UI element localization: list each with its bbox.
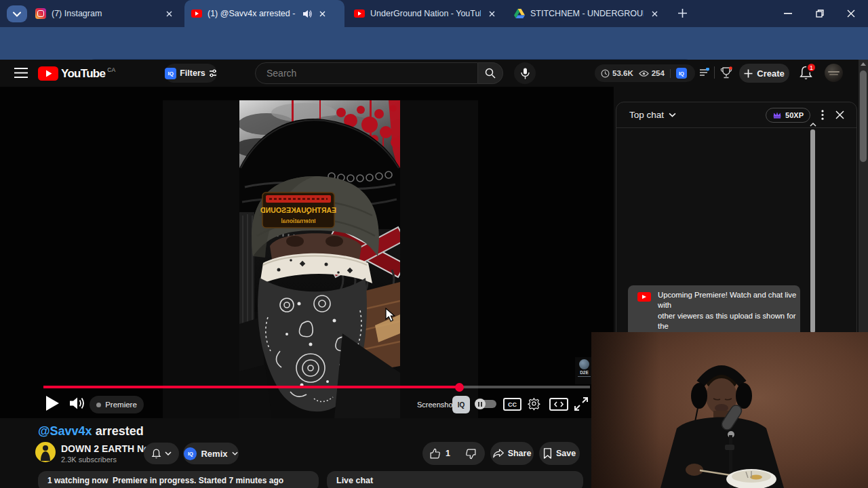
like-count: 1 <box>446 449 450 458</box>
premiere-dot-icon <box>96 403 101 407</box>
settings-button[interactable] <box>527 396 541 411</box>
tab-close-icon[interactable] <box>486 8 498 20</box>
save-label: Save <box>556 449 576 458</box>
header-divider <box>714 66 715 79</box>
youtube-favicon-icon <box>191 9 202 18</box>
dislike-button[interactable] <box>457 448 485 460</box>
window-close-button[interactable] <box>847 9 855 18</box>
xp-badge[interactable]: 50XP <box>766 108 810 123</box>
channel-avatar[interactable] <box>35 442 56 462</box>
vidiq-boost-icon[interactable] <box>699 68 709 77</box>
search-icon <box>485 68 496 79</box>
chat-close-icon[interactable] <box>835 110 844 119</box>
youtube-favicon-icon <box>354 9 365 18</box>
remix-label: Remix <box>201 449 227 459</box>
bookmark-icon <box>543 448 552 459</box>
search-placeholder: Search <box>267 68 296 79</box>
youtube-header: YouTube CA IQ Filters Search 53.6K 254 I… <box>0 60 868 87</box>
play-button[interactable] <box>45 395 60 411</box>
instagram-favicon-icon <box>35 8 46 19</box>
chat-menu-icon[interactable] <box>821 110 824 120</box>
autoplay-toggle[interactable] <box>476 400 496 408</box>
share-label: Share <box>508 449 532 458</box>
xp-value: 50XP <box>785 111 804 119</box>
vidiq-filters-button[interactable]: IQ Filters <box>165 64 217 83</box>
live-chat-label: Live chat <box>336 476 373 485</box>
progress-bar[interactable] <box>43 386 590 388</box>
beanie-patch: EARTHQUAKESOUND International <box>260 192 336 228</box>
vidiq-stats-pill[interactable]: 53.6K 254 IQ <box>595 64 695 82</box>
stats-divider <box>670 69 671 78</box>
tab-audio-icon[interactable] <box>302 9 312 18</box>
tab-close-icon[interactable] <box>649 8 660 20</box>
chevron-down-icon[interactable] <box>669 113 676 117</box>
scrollbar-up-icon[interactable] <box>861 62 866 66</box>
create-label: Create <box>757 68 784 79</box>
miniplayer-button[interactable] <box>549 398 568 411</box>
save-button[interactable]: Save <box>539 442 580 465</box>
chat-mode-selector[interactable]: Top chat <box>629 110 664 120</box>
premiere-label: Premiere <box>105 401 137 409</box>
browser-tab-underground-nation[interactable]: UnderGround Nation - YouTube <box>347 0 505 27</box>
tab-close-icon[interactable] <box>163 8 175 20</box>
notifications-button[interactable]: 1 <box>799 65 813 81</box>
fullscreen-icon <box>574 396 589 411</box>
search-button[interactable] <box>478 62 503 84</box>
browser-tab-stitchnem[interactable]: STITCHNEM - UNDERGROUND <box>507 0 667 27</box>
watching-status: 1 watching now <box>47 476 108 485</box>
achievements-trophy-icon[interactable] <box>720 66 732 79</box>
window-minimize-button[interactable] <box>784 13 792 14</box>
webcam-overlay <box>591 332 868 488</box>
youtube-logo[interactable]: YouTube CA <box>38 66 115 81</box>
tab-search-button[interactable] <box>7 5 27 22</box>
like-button[interactable]: 1 <box>422 448 457 460</box>
region-code: CA <box>107 66 115 73</box>
subscribed-bell-button[interactable] <box>144 443 179 464</box>
browser-tab-instagram[interactable]: (7) Instagram <box>28 0 182 27</box>
progress-playhead[interactable] <box>455 383 464 392</box>
video-title: @Savv4x arrested <box>38 424 144 439</box>
chat-scroll-up-icon[interactable] <box>810 123 816 127</box>
guide-menu-icon[interactable] <box>14 68 28 78</box>
tab-title: STITCHNEM - UNDERGROUND <box>530 9 644 18</box>
gear-icon <box>527 396 541 411</box>
watch-time-clock-icon <box>601 69 610 78</box>
new-tab-button[interactable] <box>677 7 688 19</box>
page-scrollbar-thumb[interactable] <box>860 70 867 162</box>
volume-button[interactable] <box>69 396 87 410</box>
voice-search-button[interactable] <box>514 62 536 84</box>
patch-text-mirrored: EARTHQUAKESOUND <box>260 206 336 214</box>
browser-tab-current-video[interactable]: (1) @Savv4x arrested - YouT <box>184 0 344 27</box>
share-button[interactable]: Share <box>490 442 534 465</box>
search-input[interactable]: Search <box>255 62 478 84</box>
subscriber-count: 2.3K subscribers <box>61 455 117 464</box>
tab-close-icon[interactable] <box>317 8 328 20</box>
drive-favicon-icon <box>514 8 525 19</box>
premiere-status: Premiere in progress. Started 7 minutes … <box>113 476 283 485</box>
channel-watermark[interactable]: D2E <box>575 357 593 384</box>
miniplayer-icon <box>549 398 568 411</box>
chevron-down-icon <box>232 451 238 455</box>
thumbs-up-icon <box>429 448 441 460</box>
patch-subtext-mirrored: International <box>281 218 315 224</box>
description-box[interactable]: 1 watching now Premiere in progress. Sta… <box>38 471 319 488</box>
live-chat-section[interactable]: Live chat <box>327 471 583 488</box>
thumbs-down-icon <box>465 448 477 460</box>
chat-scrollbar-thumb[interactable] <box>810 129 815 333</box>
captions-button[interactable]: CC <box>503 398 521 411</box>
create-button[interactable]: Create <box>739 64 789 83</box>
vidiq-remix-icon: IQ <box>184 447 197 460</box>
browser-tab-strip: (7) Instagram (1) @Savv4x arrested - You… <box>0 0 868 27</box>
video-title-handle-link[interactable]: @Savv4x <box>38 424 92 438</box>
vidiq-screenshot-button[interactable]: IQ <box>452 396 470 413</box>
fullscreen-button[interactable] <box>574 396 589 411</box>
account-avatar[interactable] <box>825 64 843 82</box>
autoplay-knob-icon <box>475 399 486 409</box>
crown-icon <box>772 111 782 119</box>
watermark-label: D2E <box>575 370 593 375</box>
video-player[interactable]: EARTHQUAKESOUND International <box>0 87 614 418</box>
vidiq-badge-icon: IQ <box>676 68 687 79</box>
remix-button[interactable]: IQ Remix <box>183 443 239 464</box>
views-value: 254 <box>652 69 665 77</box>
window-restore-button[interactable] <box>816 9 824 18</box>
